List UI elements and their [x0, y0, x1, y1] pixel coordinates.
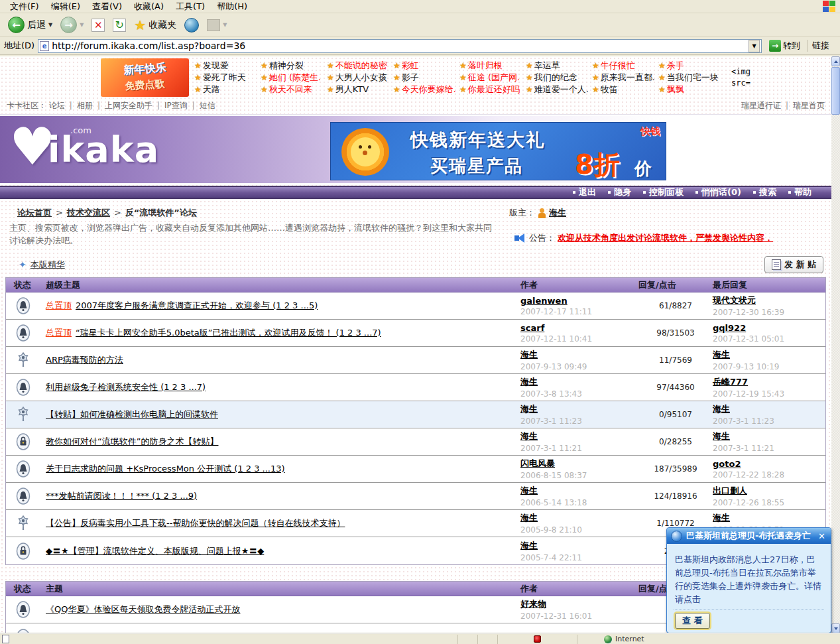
lastreply-link[interactable]: 海生	[713, 403, 823, 415]
topic-title-link[interactable]: 【公告】反病毒实用小工具下载--帮助你更快的解决问题（转自在线技术支持）	[46, 517, 345, 529]
userbar-item[interactable]: 悄悄话(0)	[695, 186, 741, 198]
promo-link[interactable]: ★你最近还好吗	[459, 84, 523, 96]
history-button[interactable]	[182, 17, 202, 34]
site-nav-link[interactable]: 论坛	[49, 101, 65, 110]
go-button[interactable]: → 转到	[765, 39, 804, 52]
promo-link[interactable]: ★落叶归根	[459, 60, 523, 72]
author-link[interactable]: 闪电风暴	[520, 458, 638, 470]
lastreply-link[interactable]: 海生	[713, 512, 823, 524]
promo-link[interactable]: ★征途 (国产网.	[459, 72, 523, 84]
userbar-item[interactable]: 控制面板	[643, 186, 684, 198]
back-button[interactable]: ← 后退 ▼	[5, 15, 55, 34]
author-link[interactable]: 海生	[520, 430, 638, 442]
popup-view-button[interactable]: 查 看	[675, 613, 710, 629]
address-dropdown-button[interactable]: ▼	[749, 40, 760, 52]
site-nav-link[interactable]: 相册	[77, 101, 93, 110]
breadcrumb-link[interactable]: 论坛首页	[17, 208, 52, 218]
promo-link[interactable]: ★难道爱一个人.	[526, 84, 589, 96]
site-nav-link[interactable]: 上网安全助手	[105, 101, 152, 110]
popup-title-bar[interactable]: 巴基斯坦前总理贝-布托遇袭身亡 ✕	[667, 528, 831, 544]
author-link[interactable]: 海生	[520, 485, 638, 497]
refresh-button[interactable]: ↻	[110, 17, 129, 33]
promo-banner-image[interactable]: 新年快乐 免费点歌	[101, 58, 189, 97]
promo-link[interactable]: ★幸运草	[526, 60, 589, 72]
lastreply-link[interactable]: gql922	[713, 323, 823, 333]
userbar-item[interactable]: 搜索	[753, 186, 776, 198]
topic-prefix[interactable]: 总置顶	[46, 300, 72, 312]
promo-link[interactable]: ★她们 (陈楚生.	[261, 72, 324, 84]
topic-title-link[interactable]: 关于日志求助的问题 +KsProcessMon 公开测试 (1 2 3 ...1…	[46, 463, 285, 475]
lastreply-link[interactable]: goto2	[713, 459, 823, 469]
lastreply-link[interactable]: 岳峰777	[713, 376, 823, 388]
lastreply-link[interactable]: 出口删人	[713, 485, 823, 497]
stop-button[interactable]: ✕	[89, 17, 107, 33]
topic-title-link[interactable]: 利用超级兔子检测系统安全性 (1 2 3 ...7)	[46, 381, 206, 393]
promo-link[interactable]: ★牛仔很忙	[592, 60, 656, 72]
lastreply-link[interactable]: 海生	[713, 430, 823, 442]
promo-link[interactable]: ★杀手	[658, 60, 722, 72]
author-link[interactable]: 海生	[520, 540, 638, 552]
menu-item-2[interactable]: 查看(V)	[86, 0, 128, 14]
site-nav-link[interactable]: 瑞星首页	[793, 101, 825, 110]
promo-link[interactable]: ★不能说的秘密	[327, 60, 390, 72]
topic-title-link[interactable]: 教你如何对付“流氓软件”的防身之术【转贴】	[46, 436, 218, 448]
essence-link[interactable]: 本版精华	[30, 259, 65, 271]
lastreply-link[interactable]: 海生	[713, 349, 823, 361]
menu-item-0[interactable]: 文件(F)	[4, 0, 45, 14]
promo-link[interactable]: ★彩虹	[393, 60, 457, 72]
scroll-down-button[interactable]	[831, 623, 840, 633]
scrollbar-thumb[interactable]	[831, 67, 840, 115]
author-link[interactable]: scarf	[520, 323, 638, 333]
address-input[interactable]: e http://forum.ikaka.com/list.asp?board=…	[38, 39, 762, 53]
breadcrumb-link[interactable]: 技术交流区	[67, 208, 110, 218]
lastreply-link[interactable]: 现代文状元	[713, 294, 823, 306]
moderator-link[interactable]: 海生	[549, 207, 566, 219]
promo-link[interactable]: ★精神分裂	[261, 60, 324, 72]
menu-item-3[interactable]: 收藏(A)	[128, 0, 170, 14]
ad-banner[interactable]: 快钱新年送大礼 买瑞星产品 8折 价 快钱	[330, 122, 666, 180]
promo-link[interactable]: ★爱死了昨天	[194, 72, 258, 84]
address-url[interactable]: http://forum.ikaka.com/list.asp?board=36	[52, 40, 746, 51]
favorites-button[interactable]: ★ 收藏夹	[131, 16, 179, 34]
author-link[interactable]: 海生	[520, 403, 638, 415]
topic-title-link[interactable]: 【转贴】如何准确检测出你电脑上的间谍软件	[46, 409, 218, 420]
promo-link[interactable]: ★飘飘	[658, 84, 722, 96]
promo-link[interactable]: ★牧笛	[592, 84, 656, 96]
topic-title-link[interactable]: 《QQ华夏》体验区每天领取免费令牌活动正式开放	[46, 604, 240, 615]
media-button[interactable]: ▼	[204, 18, 229, 32]
promo-link[interactable]: ★我们的纪念	[526, 72, 589, 84]
links-label[interactable]: 链接	[808, 40, 836, 52]
menu-item-5[interactable]: 帮助(H)	[211, 0, 253, 14]
promo-link[interactable]: ★原来我一直都.	[592, 72, 656, 84]
menu-item-1[interactable]: 编辑(E)	[45, 0, 86, 14]
ikaka-logo[interactable]: ♥ ikaka .com	[9, 120, 159, 173]
author-link[interactable]: 海生	[520, 349, 638, 361]
popup-close-icon[interactable]: ✕	[817, 531, 827, 541]
author-link[interactable]: galenwen	[520, 296, 638, 306]
topic-title-link[interactable]: “瑞星卡卡上网安全助手5.0beta版”已推出测试，欢迎试用及反馈！ (1 2 …	[76, 327, 381, 339]
notice-link[interactable]: 欢迎从技术角度出发讨论流氓软件，严禁发舆论性内容．	[558, 232, 773, 244]
back-dropdown-icon[interactable]: ▼	[48, 22, 52, 28]
forward-button[interactable]: → ▼	[58, 15, 86, 34]
userbar-item[interactable]: 退出	[573, 186, 596, 198]
promo-link[interactable]: ★影子	[393, 72, 457, 84]
author-link[interactable]: 海生	[520, 512, 638, 524]
site-nav-link[interactable]: 瑞星通行证	[741, 101, 781, 110]
antivirus-tray-icon[interactable]	[534, 635, 541, 643]
new-post-button[interactable]: 发 新 贴	[764, 256, 823, 273]
author-link[interactable]: 海生	[520, 376, 638, 388]
userbar-item[interactable]: 隐身	[608, 186, 631, 198]
topic-title-link[interactable]: ◆〓★【管理】流氓软件定义、本版版规、问题上报★〓◆	[46, 545, 264, 557]
promo-link[interactable]: ★发现爱	[194, 60, 258, 72]
promo-link[interactable]: ★男人KTV	[327, 84, 390, 96]
site-nav-link[interactable]: 短信	[200, 101, 215, 110]
topic-title-link[interactable]: ARP病毒预防的方法	[46, 354, 123, 366]
promo-link[interactable]: ★大男人小女孩	[327, 72, 390, 84]
userbar-item[interactable]: 帮助	[788, 186, 811, 198]
topic-title-link[interactable]: 2007年度客户服务满意度调查正式开始，欢迎参与 (1 2 3 ...5)	[76, 300, 318, 312]
menu-item-4[interactable]: 工具(T)	[170, 0, 211, 14]
scroll-up-button[interactable]	[831, 56, 840, 66]
promo-link[interactable]: ★当我们宅一块	[658, 72, 722, 84]
promo-link[interactable]: ★天路	[194, 84, 258, 96]
author-link[interactable]: 好来物	[520, 598, 638, 610]
